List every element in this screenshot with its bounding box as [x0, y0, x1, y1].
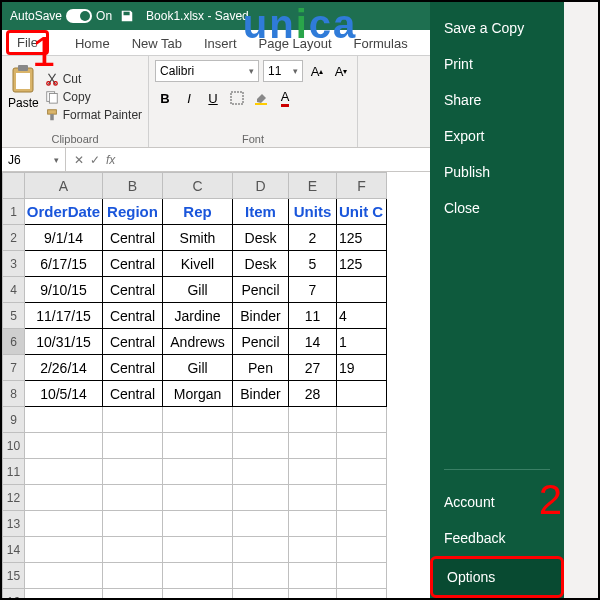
row-header-4[interactable]: 4	[3, 277, 25, 303]
cell-A3[interactable]: 6/17/15	[25, 251, 103, 277]
cell-F2[interactable]: 125	[337, 225, 387, 251]
paste-button[interactable]: Paste	[8, 60, 39, 133]
font-color-button[interactable]: A	[275, 88, 295, 108]
cell-F13[interactable]	[337, 511, 387, 537]
cell-A6[interactable]: 10/31/15	[25, 329, 103, 355]
cell-C11[interactable]	[163, 459, 233, 485]
file-menu-publish[interactable]: Publish	[430, 154, 564, 190]
cell-D5[interactable]: Binder	[233, 303, 289, 329]
column-header-B[interactable]: B	[103, 173, 163, 199]
cell-D8[interactable]: Binder	[233, 381, 289, 407]
cell-A13[interactable]	[25, 511, 103, 537]
cell-F15[interactable]	[337, 563, 387, 589]
cell-E12[interactable]	[289, 485, 337, 511]
row-header-14[interactable]: 14	[3, 537, 25, 563]
column-header-E[interactable]: E	[289, 173, 337, 199]
cell-E15[interactable]	[289, 563, 337, 589]
cell-C2[interactable]: Smith	[163, 225, 233, 251]
cell-F12[interactable]	[337, 485, 387, 511]
column-header-D[interactable]: D	[233, 173, 289, 199]
header-cell-Region[interactable]: Region	[103, 199, 163, 225]
cell-A16[interactable]	[25, 589, 103, 601]
cell-A15[interactable]	[25, 563, 103, 589]
cell-B11[interactable]	[103, 459, 163, 485]
cell-C14[interactable]	[163, 537, 233, 563]
row-header-13[interactable]: 13	[3, 511, 25, 537]
cell-B16[interactable]	[103, 589, 163, 601]
cell-D11[interactable]	[233, 459, 289, 485]
copy-button[interactable]: Copy	[45, 90, 142, 104]
cancel-icon[interactable]: ✕	[74, 153, 84, 167]
cell-D16[interactable]	[233, 589, 289, 601]
row-header-3[interactable]: 3	[3, 251, 25, 277]
cell-B3[interactable]: Central	[103, 251, 163, 277]
row-header-15[interactable]: 15	[3, 563, 25, 589]
cell-E14[interactable]	[289, 537, 337, 563]
row-header-7[interactable]: 7	[3, 355, 25, 381]
tab-newtab[interactable]: New Tab	[122, 32, 192, 55]
cell-A8[interactable]: 10/5/14	[25, 381, 103, 407]
cell-B13[interactable]	[103, 511, 163, 537]
cell-F14[interactable]	[337, 537, 387, 563]
cell-D4[interactable]: Pencil	[233, 277, 289, 303]
tab-formulas[interactable]: Formulas	[344, 32, 418, 55]
format-painter-button[interactable]: Format Painter	[45, 108, 142, 122]
file-menu-account[interactable]: Account	[430, 484, 564, 520]
cell-B10[interactable]	[103, 433, 163, 459]
cell-A7[interactable]: 2/26/14	[25, 355, 103, 381]
cell-D7[interactable]: Pen	[233, 355, 289, 381]
cell-B12[interactable]	[103, 485, 163, 511]
cell-A11[interactable]	[25, 459, 103, 485]
row-header-12[interactable]: 12	[3, 485, 25, 511]
cell-D3[interactable]: Desk	[233, 251, 289, 277]
cell-E2[interactable]: 2	[289, 225, 337, 251]
cell-E13[interactable]	[289, 511, 337, 537]
tab-page-layout[interactable]: Page Layout	[249, 32, 342, 55]
cell-D6[interactable]: Pencil	[233, 329, 289, 355]
cell-E11[interactable]	[289, 459, 337, 485]
cell-D2[interactable]: Desk	[233, 225, 289, 251]
cell-A10[interactable]	[25, 433, 103, 459]
header-cell-Units[interactable]: Units	[289, 199, 337, 225]
cell-B4[interactable]: Central	[103, 277, 163, 303]
cell-E7[interactable]: 27	[289, 355, 337, 381]
fill-color-button[interactable]	[251, 88, 271, 108]
cell-C8[interactable]: Morgan	[163, 381, 233, 407]
cell-F9[interactable]	[337, 407, 387, 433]
tab-insert[interactable]: Insert	[194, 32, 247, 55]
cell-A4[interactable]: 9/10/15	[25, 277, 103, 303]
cell-C15[interactable]	[163, 563, 233, 589]
cell-C5[interactable]: Jardine	[163, 303, 233, 329]
row-header-11[interactable]: 11	[3, 459, 25, 485]
cell-C4[interactable]: Gill	[163, 277, 233, 303]
cell-F10[interactable]	[337, 433, 387, 459]
header-cell-Rep[interactable]: Rep	[163, 199, 233, 225]
cell-F11[interactable]	[337, 459, 387, 485]
cell-F6[interactable]: 1	[337, 329, 387, 355]
autosave-toggle[interactable]: AutoSave On	[10, 9, 112, 23]
cell-E5[interactable]: 11	[289, 303, 337, 329]
cell-B8[interactable]: Central	[103, 381, 163, 407]
fx-icon[interactable]: fx	[106, 153, 115, 167]
cell-C16[interactable]	[163, 589, 233, 601]
cell-E4[interactable]: 7	[289, 277, 337, 303]
file-menu-close[interactable]: Close	[430, 190, 564, 226]
cell-A5[interactable]: 11/17/15	[25, 303, 103, 329]
cell-E3[interactable]: 5	[289, 251, 337, 277]
cell-E16[interactable]	[289, 589, 337, 601]
header-cell-Item[interactable]: Item	[233, 199, 289, 225]
cell-E6[interactable]: 14	[289, 329, 337, 355]
cell-A2[interactable]: 9/1/14	[25, 225, 103, 251]
cell-F5[interactable]: 4	[337, 303, 387, 329]
borders-button[interactable]	[227, 88, 247, 108]
cell-B9[interactable]	[103, 407, 163, 433]
header-cell-Unit C[interactable]: Unit C	[337, 199, 387, 225]
file-menu-save a copy[interactable]: Save a Copy	[430, 10, 564, 46]
cell-C7[interactable]: Gill	[163, 355, 233, 381]
increase-font-button[interactable]: A▴	[307, 61, 327, 81]
decrease-font-button[interactable]: A▾	[331, 61, 351, 81]
cell-A14[interactable]	[25, 537, 103, 563]
save-icon[interactable]	[120, 9, 134, 23]
cell-F3[interactable]: 125	[337, 251, 387, 277]
bold-button[interactable]: B	[155, 88, 175, 108]
